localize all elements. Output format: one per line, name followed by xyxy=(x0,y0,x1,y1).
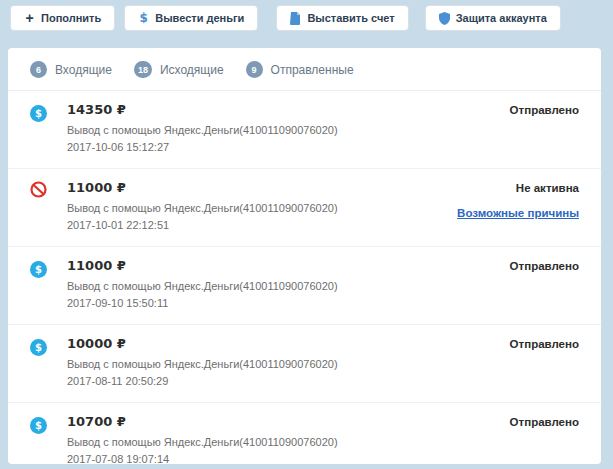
transaction-row: $ 11000 ₽ Вывод с помощью Яндекс.Деньги(… xyxy=(8,247,601,325)
dollar-circle-icon: $ xyxy=(30,261,47,278)
transaction-description: Вывод с помощью Яндекс.Деньги(4100110900… xyxy=(67,200,457,217)
tab-incoming[interactable]: 6 Входящие xyxy=(30,61,112,78)
transaction-amount: 14350 ₽ xyxy=(67,102,510,117)
transaction-status: Не активна xyxy=(457,182,579,194)
invoice-label: Выставить счет xyxy=(307,12,394,24)
transaction-main: 10000 ₽ Вывод с помощью Яндекс.Деньги(41… xyxy=(67,336,510,390)
transaction-main: 11000 ₽ Вывод с помощью Яндекс.Деньги(41… xyxy=(67,180,457,234)
transaction-status: Отправлено xyxy=(510,260,579,272)
transaction-icon-col: $ xyxy=(30,414,67,434)
transaction-description: Вывод с помощью Яндекс.Деньги(4100110900… xyxy=(67,278,510,295)
possible-reasons-link[interactable]: Возможные причины xyxy=(457,207,579,219)
transaction-icon-col: $ xyxy=(30,336,67,356)
transaction-description: Вывод с помощью Яндекс.Деньги(4100110900… xyxy=(67,434,510,451)
dollar-circle-icon: $ xyxy=(30,417,47,434)
tab-outgoing[interactable]: 18 Исходящие xyxy=(134,61,224,78)
transaction-status: Отправлено xyxy=(510,338,579,350)
transaction-icon-col: $ xyxy=(30,258,67,278)
transaction-right-col: Отправлено xyxy=(510,102,579,116)
dollar-circle-icon: $ xyxy=(30,105,47,122)
transaction-timestamp: 2017-10-01 22:12:51 xyxy=(67,217,457,234)
top-up-label: Пополнить xyxy=(41,12,101,24)
transaction-list: $ 14350 ₽ Вывод с помощью Яндекс.Деньги(… xyxy=(8,91,601,464)
outgoing-count-badge: 18 xyxy=(134,61,152,78)
transaction-right-col: Не активна Возможные причины xyxy=(457,180,579,221)
tabs-bar: 6 Входящие 18 Исходящие 9 Отправленные xyxy=(8,48,601,91)
transaction-row: $ 10700 ₽ Вывод с помощью Яндекс.Деньги(… xyxy=(8,403,601,464)
invoice-icon xyxy=(290,12,301,24)
transaction-description: Вывод с помощью Яндекс.Деньги(4100110900… xyxy=(67,122,510,139)
transaction-icon-col xyxy=(30,180,67,202)
transaction-amount: 11000 ₽ xyxy=(67,258,510,273)
plus-icon: + xyxy=(24,12,35,24)
invoice-button[interactable]: Выставить счет xyxy=(276,5,408,31)
transaction-timestamp: 2017-08-11 20:50:29 xyxy=(67,373,510,390)
transaction-row: 11000 ₽ Вывод с помощью Яндекс.Деньги(41… xyxy=(8,169,601,247)
dollar-icon: $ xyxy=(138,12,149,24)
transaction-description: Вывод с помощью Яндекс.Деньги(4100110900… xyxy=(67,356,510,373)
transaction-status: Отправлено xyxy=(510,104,579,116)
transaction-status: Отправлено xyxy=(510,416,579,428)
transaction-icon-col: $ xyxy=(30,102,67,122)
transaction-right-col: Отправлено xyxy=(510,258,579,272)
tab-sent[interactable]: 9 Отправленные xyxy=(246,61,354,78)
transaction-main: 14350 ₽ Вывод с помощью Яндекс.Деньги(41… xyxy=(67,102,510,156)
sent-count-badge: 9 xyxy=(246,61,263,78)
withdraw-label: Вывести деньги xyxy=(155,12,244,24)
transaction-amount: 11000 ₽ xyxy=(67,180,457,195)
transaction-right-col: Отправлено xyxy=(510,336,579,350)
transaction-row: $ 10000 ₽ Вывод с помощью Яндекс.Деньги(… xyxy=(8,325,601,403)
transactions-card: 6 Входящие 18 Исходящие 9 Отправленные $… xyxy=(8,48,601,464)
tab-incoming-label: Входящие xyxy=(55,63,112,77)
blocked-icon xyxy=(30,181,47,198)
transaction-timestamp: 2017-10-06 15:12:27 xyxy=(67,139,510,156)
account-protection-label: Защита аккаунта xyxy=(456,12,547,24)
withdraw-button[interactable]: $ Вывести деньги xyxy=(124,5,258,31)
toolbar: + Пополнить $ Вывести деньги Выставить с… xyxy=(10,5,570,31)
transaction-row: $ 14350 ₽ Вывод с помощью Яндекс.Деньги(… xyxy=(8,91,601,169)
tab-outgoing-label: Исходящие xyxy=(160,63,224,77)
tab-sent-label: Отправленные xyxy=(271,63,354,77)
transaction-amount: 10000 ₽ xyxy=(67,336,510,351)
transaction-main: 11000 ₽ Вывод с помощью Яндекс.Деньги(41… xyxy=(67,258,510,312)
transaction-main: 10700 ₽ Вывод с помощью Яндекс.Деньги(41… xyxy=(67,414,510,464)
shield-icon xyxy=(439,12,450,24)
dollar-circle-icon: $ xyxy=(30,339,47,356)
top-up-button[interactable]: + Пополнить xyxy=(10,5,115,31)
transaction-timestamp: 2017-09-10 15:50:11 xyxy=(67,295,510,312)
transaction-timestamp: 2017-07-08 19:07:14 xyxy=(67,451,510,464)
transaction-right-col: Отправлено xyxy=(510,414,579,428)
account-protection-button[interactable]: Защита аккаунта xyxy=(425,5,561,31)
transaction-amount: 10700 ₽ xyxy=(67,414,510,429)
incoming-count-badge: 6 xyxy=(30,61,47,78)
